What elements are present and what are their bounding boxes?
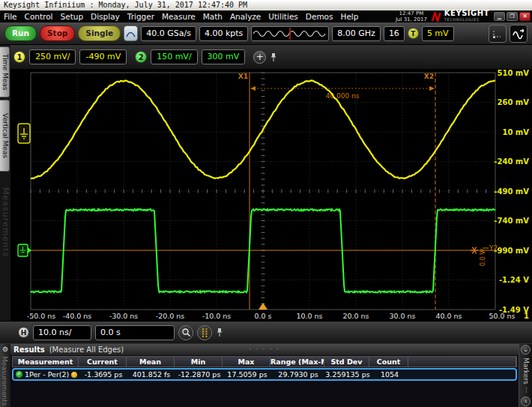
waveform-mode-button[interactable] [510,25,528,43]
horizontal-position-field[interactable]: 0.0 s [95,325,175,340]
menu-item-control[interactable]: Control [21,12,57,21]
results-subtitle: (Measure All Edges) [49,346,124,354]
results-table: MeasurementCurrentMeanMinMaxRange (Max-M… [10,355,519,407]
horizontal-badge[interactable]: H [18,327,29,338]
menu-item-math[interactable]: Math [199,12,226,21]
single-button[interactable]: Single [78,25,121,41]
stop-button[interactable]: Stop [40,25,75,41]
channel2-offset-field[interactable]: 300 mV [202,49,246,64]
pin-icon[interactable] [270,52,277,62]
menu-item-demos[interactable]: Demos [302,12,337,21]
measurement-name-cell: ✓1Per - Per(2) [13,370,79,379]
sample-rate-field[interactable]: 40.0 GSa/s [141,26,196,41]
menu-item-utilities[interactable]: Utilities [265,12,302,21]
ch1-ground-marker[interactable] [18,124,30,143]
ch2-ground-marker[interactable] [18,244,31,256]
menu-item-analyze[interactable]: Analyze [226,12,265,21]
results-right-strip: ⌄ Markers ··· ‹ [519,344,532,407]
channel1-badge[interactable]: 1 [13,51,25,63]
preview-waveform-icon [252,27,328,40]
menu-item-help[interactable]: Help [337,12,363,21]
restore-button[interactable]: ❐ [507,12,518,21]
column-header-count[interactable]: Count [369,357,408,367]
channel1-offset-field[interactable]: -490 mV [79,49,127,64]
acquisition-preview[interactable] [251,26,329,41]
keysight-spark-icon [432,12,442,22]
clock-time: 12:47 PM [396,10,427,16]
measurement-cell-count: 1054 [370,370,409,379]
channel1-scale-field[interactable]: 250 mV/ [29,49,76,64]
tab-vertical-meas[interactable]: Vertical Meas [0,100,10,172]
menu-item-trigger[interactable]: Trigger [124,12,158,21]
trigger-badge[interactable]: T [408,28,419,39]
dot-columns-icon [200,328,209,338]
main-area: Time Meas Vertical Meas Measurements 1 2… [0,45,532,321]
window-buttons: ▁ ❐ ✕ [494,12,531,21]
results-panel: ⚙ Measurements Results (Measure All Edge… [0,343,532,407]
close-button[interactable]: ✕ [519,12,531,21]
y2-marker-line[interactable]: >0.0 VY2 [31,244,498,266]
tab-measurements-collapsed[interactable]: Measurements [0,187,10,257]
zoom-mode-button[interactable] [178,325,193,340]
autoscale-button[interactable] [124,25,138,41]
trigger-level-field[interactable]: 5 mV [422,26,454,41]
drag-handle-dots[interactable]: · · · · · [250,346,280,353]
column-header-measurement[interactable]: Measurement [13,357,79,367]
menu-item-file[interactable]: File [0,12,21,21]
add-channel-button[interactable]: + [253,51,266,64]
results-title: Results [13,346,45,354]
zoom-box-button[interactable] [489,25,507,43]
svg-text:40.0 ns: 40.0 ns [435,312,462,320]
svg-text:-240 mV: -240 mV [494,157,529,166]
menu-bar: FileControlSetupDisplayTriggerMeasureMat… [0,10,532,22]
svg-text:-50.0 ns: -50.0 ns [27,312,56,320]
column-header-max[interactable]: Max [223,357,270,367]
bandwidth-field[interactable]: 8.00 GHz [332,26,381,41]
clock: 12:47 PM Jul 31, 2017 [396,10,427,22]
time-axis-labels: -50.0 ns-40.0 ns-30.0 ns-20.0 ns-10.0 ns… [27,312,516,320]
pin-icon[interactable] [216,328,223,337]
collapse-up-button[interactable]: ⌄ [521,345,531,355]
column-header-current[interactable]: Current [79,357,127,367]
collapse-left-button[interactable]: ‹ [521,397,531,406]
svg-text:-740 mV: -740 mV [494,217,529,225]
results-table-row[interactable]: ✓1Per - Per(2)-1.3695 ps401.852 fs-12.28… [12,368,517,381]
svg-text:260 mV: 260 mV [497,98,529,106]
column-header-empty [408,357,516,367]
gear-icon[interactable]: ⚙ [1,345,10,354]
results-main: Results (Measure All Edges) · · · · · Me… [10,344,519,407]
voltage-axis-labels: 510 mV260 mV10 mV-240 mV-490 mV-740 mV-9… [494,69,529,320]
svg-text:-490 mV: -490 mV [494,187,529,196]
curve-icon [126,28,136,38]
memory-depth-field[interactable]: 4.00 kpts [199,26,248,41]
waveform-display[interactable]: >0.0 VY2X1X240.000 ns-50.0 ns-40.0 ns-30… [10,69,532,321]
channel2-badge[interactable]: 2 [135,51,147,63]
timebase-field[interactable]: 10.0 ns/ [33,325,91,340]
menu-item-measure[interactable]: Measure [158,12,199,21]
markers-tab[interactable]: Markers ··· [522,358,530,393]
measurement-warning-icon [71,372,77,378]
graticule-grid [31,73,495,310]
svg-text:0.0 s: 0.0 s [254,312,271,320]
acquisition-points-button[interactable] [197,325,212,340]
run-button[interactable]: Run [4,25,37,41]
results-measurements-tab[interactable]: Measurements [1,356,8,406]
averaging-field[interactable]: 16 [384,26,405,41]
left-tab-strip: Time Meas Vertical Meas Measurements [0,45,10,321]
trigger-position-marker[interactable] [259,303,267,310]
minimize-button[interactable]: ▁ [494,12,505,21]
results-header: Results (Measure All Edges) · · · · · [10,344,519,355]
svg-text:10 mV: 10 mV [502,128,529,136]
svg-text:X1: X1 [238,73,248,80]
channel2-scale-field[interactable]: 150 mV/ [151,49,197,64]
menu-item-setup[interactable]: Setup [57,12,88,21]
channel1-trace [31,80,495,178]
column-header-std-dev[interactable]: Std Dev [324,357,369,367]
keysight-logo: KEYSIGHT TECHNOLOGIES [432,10,489,22]
column-header-mean[interactable]: Mean [127,357,175,367]
column-header-range-max-min-[interactable]: Range (Max-Min) [270,357,324,367]
menu-item-display[interactable]: Display [87,12,124,21]
tab-time-meas[interactable]: Time Meas [0,46,10,97]
column-header-min[interactable]: Min [175,357,223,367]
brand-name: KEYSIGHT [444,10,489,16]
